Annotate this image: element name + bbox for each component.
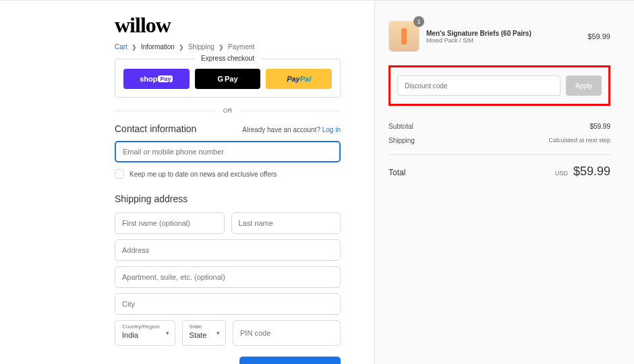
breadcrumb-cart[interactable]: Cart [115,43,127,51]
first-name-field[interactable] [115,212,225,234]
chevron-right-icon: ❯ [179,44,184,51]
login-link[interactable]: Log in [322,126,341,133]
apply-discount-button[interactable]: Apply [566,75,602,96]
country-select[interactable]: Country/Region India ▾ [115,320,175,346]
shipping-label: Shipping [388,137,415,144]
or-divider: OR [115,107,341,114]
chevron-right-icon: ❯ [219,44,224,51]
subtotal-value: $59.99 [589,123,610,130]
breadcrumb-information: Information [141,43,175,51]
city-field[interactable] [115,293,341,315]
main-checkout-panel: willow Cart ❯ Information ❯ Shipping ❯ P… [0,1,374,364]
shipping-value: Calculated at next step [548,137,610,144]
discount-code-input[interactable] [397,75,560,96]
chevron-right-icon: ❯ [132,44,137,51]
express-checkout-label: Express checkout [194,55,261,62]
express-checkout-box: Express checkout shopPay GPay PayPal [115,59,341,98]
subtotal-label: Subtotal [388,123,413,130]
breadcrumb: Cart ❯ Information ❯ Shipping ❯ Payment [115,43,341,51]
breadcrumb-shipping: Shipping [188,43,214,51]
cart-line-item: 1 Men's Signature Briefs (60 Pairs) Mixe… [388,21,610,52]
shop-pay-button[interactable]: shopPay [123,69,190,89]
total-currency: USD [555,170,568,177]
breadcrumb-payment: Payment [228,43,254,51]
summary-divider [388,154,610,155]
login-hint: Already have an account? Log in [242,126,341,133]
pin-code-field[interactable] [233,320,341,346]
paypal-button[interactable]: PayPal [266,69,332,89]
discount-highlight-box: Apply [388,65,610,106]
marketing-opt-in-label: Keep me up to date on news and exclusive… [129,171,277,178]
email-phone-field[interactable] [115,141,341,162]
address-field[interactable] [115,239,341,261]
order-summary-sidebar: 1 Men's Signature Briefs (60 Pairs) Mixe… [374,1,634,364]
apartment-field[interactable] [115,266,341,288]
product-name: Men's Signature Briefs (60 Pairs) [426,30,581,37]
line-item-price: $59.99 [587,32,610,40]
total-label: Total [388,168,405,177]
continue-to-shipping-button[interactable]: Continue to shipping [239,357,341,364]
product-variant: Mixed Pack / S/M [426,37,581,44]
last-name-field[interactable] [231,212,341,234]
chevron-down-icon: ▾ [166,330,169,336]
total-amount: $59.99 [573,164,610,179]
product-thumbnail: 1 [388,21,420,52]
shipping-address-heading: Shipping address [115,193,341,204]
contact-info-heading: Contact information [115,123,196,134]
quantity-badge: 1 [413,16,424,27]
chevron-down-icon: ▾ [217,330,220,336]
marketing-opt-in-checkbox[interactable] [115,169,124,179]
state-select[interactable]: State State ▾ [182,320,226,346]
google-pay-button[interactable]: GPay [195,69,261,89]
store-logo: willow [115,13,341,38]
